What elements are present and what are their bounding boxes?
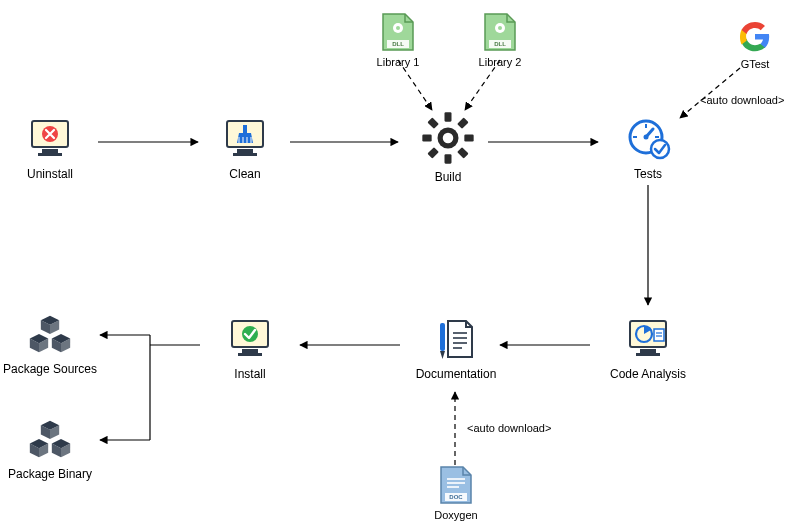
document-pen-icon [432, 315, 480, 363]
svg-rect-40 [440, 323, 445, 351]
google-g-icon [738, 20, 772, 54]
svg-point-28 [651, 140, 669, 158]
node-label: Tests [634, 167, 662, 181]
node-clean: Clean [195, 115, 295, 181]
svg-point-27 [644, 135, 649, 140]
svg-point-46 [396, 26, 400, 30]
arrow-gtest-tests [680, 68, 740, 118]
dll-file-icon: DLL [381, 12, 415, 52]
monitor-broom-icon [221, 115, 269, 163]
node-gtest: GTest [705, 20, 803, 70]
svg-rect-7 [243, 125, 247, 133]
svg-rect-18 [427, 147, 439, 159]
node-library1: DLL Library 1 [348, 12, 448, 68]
node-label: Library 1 [377, 56, 420, 68]
svg-rect-16 [464, 135, 473, 142]
node-label: Code Analysis [610, 367, 686, 381]
svg-text:DOC: DOC [449, 494, 463, 500]
svg-rect-30 [640, 349, 656, 353]
dll-file-icon: DLL [483, 12, 517, 52]
gear-icon [420, 110, 476, 166]
node-package-sources: Package Sources [0, 310, 100, 376]
svg-point-21 [443, 133, 454, 144]
monitor-error-icon [26, 115, 74, 163]
node-label: Clean [229, 167, 260, 181]
monitor-check-icon [226, 315, 274, 363]
svg-rect-33 [654, 329, 664, 341]
cubes-icon [26, 415, 74, 463]
svg-rect-5 [237, 149, 253, 153]
node-library2: DLL Library 2 [450, 12, 550, 68]
node-uninstall: Uninstall [0, 115, 100, 181]
svg-text:DLL: DLL [392, 41, 404, 47]
node-doxygen: DOC Doxygen [406, 465, 506, 521]
svg-rect-31 [636, 353, 660, 356]
svg-rect-14 [445, 154, 452, 163]
svg-rect-13 [445, 112, 452, 121]
node-code-analysis: Code Analysis [598, 315, 698, 381]
node-label: GTest [741, 58, 770, 70]
node-label: Install [234, 367, 265, 381]
node-label: Package Binary [8, 467, 92, 481]
annotation-auto-download-doxygen: <auto download> [467, 422, 551, 434]
monitor-chart-icon [624, 315, 672, 363]
node-build: Build [398, 110, 498, 184]
node-label: Uninstall [27, 167, 73, 181]
doc-file-icon: DOC [439, 465, 473, 505]
node-label: Documentation [416, 367, 497, 381]
svg-rect-20 [457, 147, 469, 159]
svg-text:DLL: DLL [494, 41, 506, 47]
cubes-icon [26, 310, 74, 358]
gauge-check-icon [624, 115, 672, 163]
svg-rect-42 [242, 349, 258, 353]
svg-rect-1 [42, 149, 58, 153]
node-label: Build [435, 170, 462, 184]
connector-layer [0, 0, 803, 527]
svg-rect-19 [427, 117, 439, 129]
node-tests: Tests [598, 115, 698, 181]
node-documentation: Documentation [406, 315, 506, 381]
svg-rect-17 [457, 117, 469, 129]
node-label: Doxygen [434, 509, 477, 521]
node-label: Library 2 [479, 56, 522, 68]
node-package-binary: Package Binary [0, 415, 100, 481]
svg-rect-6 [233, 153, 257, 156]
svg-rect-15 [422, 135, 431, 142]
node-label: Package Sources [3, 362, 97, 376]
node-install: Install [200, 315, 300, 381]
svg-point-50 [498, 26, 502, 30]
svg-rect-43 [238, 353, 262, 356]
svg-rect-2 [38, 153, 62, 156]
annotation-auto-download-gtest: <auto download> [700, 94, 784, 106]
